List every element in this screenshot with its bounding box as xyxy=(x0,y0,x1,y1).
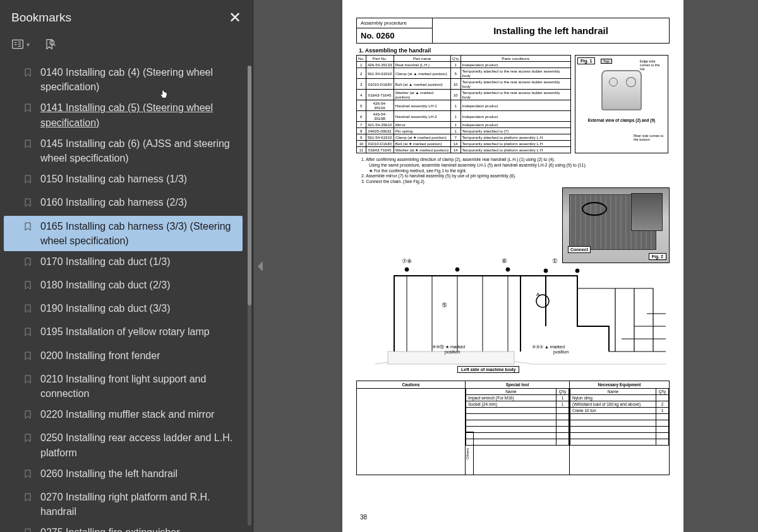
parts-row: 301010-D1630Bolt (at ▲ marked position)1… xyxy=(357,79,571,90)
bookmark-label: 0260 Installing the left handrail xyxy=(40,466,177,481)
diagram-area: Connect Fig. 2 xyxy=(356,187,670,377)
th-cond: Parts conditions xyxy=(460,56,570,62)
bookmark-item[interactable]: 0270 Installing right platform and R.H. … xyxy=(4,487,243,522)
find-bookmark-button[interactable] xyxy=(41,35,59,53)
bookmark-label: 0195 Installation of yellow rotary lamp xyxy=(40,324,210,339)
svg-text:A: A xyxy=(536,292,540,297)
assembly-steps: 1. After confirming assembling direction… xyxy=(361,157,667,185)
svg-line-7 xyxy=(54,44,56,46)
svg-text:⑥: ⑥ xyxy=(502,257,507,264)
bookmark-label: 0145 Installing cab (6) (AJSS and steeri… xyxy=(40,136,238,165)
bookmark-icon xyxy=(23,67,34,82)
fig1-caption: External view of clamps (2) and (9) xyxy=(577,118,666,122)
bookmark-options-button[interactable]: ▾ xyxy=(9,35,32,53)
bookmark-icon xyxy=(23,527,34,532)
bookmark-label: 0220 Installing muffler stack and mirror xyxy=(40,407,214,422)
bookmark-icon xyxy=(23,174,34,189)
parts-row: 1426-54-35133Rear handrail (L.H.)1Indepe… xyxy=(357,62,571,68)
svg-point-11 xyxy=(506,268,510,271)
bookmark-icon xyxy=(23,468,34,483)
bookmark-icon xyxy=(23,350,34,365)
cautions-header: Cautions xyxy=(357,381,465,389)
procedure-number: No. 0260 xyxy=(357,28,432,43)
bookmark-item[interactable]: 0275 Installing fire extinguisher xyxy=(4,522,243,532)
parts-row: 9561-54-61910Clamp (at ★ marked position… xyxy=(357,134,571,141)
bookmark-item[interactable]: 0145 Installing cab (6) (AJSS and steeri… xyxy=(4,133,243,168)
bookmark-label: 0150 Installing cab harness (1/3) xyxy=(40,172,187,186)
procedure-header-box: Assembly procedure No. 0260 Installing t… xyxy=(356,18,670,44)
bookmark-icon xyxy=(23,326,34,341)
bookmark-item[interactable]: 0160 Installing cab harness (2/3) xyxy=(4,192,243,215)
bookmark-item[interactable]: 0165 Installing cab harness (3/3) (Steer… xyxy=(4,216,243,251)
bookmark-label: 0270 Installing right platform and R.H. … xyxy=(40,490,238,519)
svg-text:②③④ ▲ marked: ②③④ ▲ marked xyxy=(532,345,565,349)
assembly-procedure-label: Assembly procedure xyxy=(357,18,432,28)
bookmark-icon xyxy=(23,280,34,295)
bookmark-label: 0210 Installing front light support and … xyxy=(40,372,238,401)
bookmark-item[interactable]: 0150 Installing cab harness (1/3) xyxy=(4,168,243,192)
necessary-equipment-table: NameQ'ty Nylon sling(Withstand load of 1… xyxy=(570,389,669,446)
step-3: 3. Connect the chain. (See Fig.2) xyxy=(361,179,667,185)
left-side-label: Left side of machine body xyxy=(457,366,519,373)
bottom-tables: Cautions Special tool NameQ'ty Impact wr… xyxy=(356,381,670,475)
bookmark-icon xyxy=(23,197,34,212)
panel-collapse-handle[interactable] xyxy=(253,0,268,532)
scrollbar-thumb[interactable] xyxy=(248,66,251,305)
svg-point-10 xyxy=(455,268,459,271)
th-partno: Part No. xyxy=(366,56,394,62)
parts-table: No. Part No. Part name Q'ty Parts condit… xyxy=(356,55,571,153)
bookmark-item[interactable]: 0250 Installing rear access ladder and L… xyxy=(4,427,243,463)
fig1-rear-text: Rear side comes to the bottom xyxy=(634,134,666,141)
bookmark-item[interactable]: 0220 Installing muffler stack and mirror xyxy=(4,404,243,427)
svg-point-13 xyxy=(575,269,579,273)
parts-row: 5426-54-3510AHandrail assembly LH-11Inde… xyxy=(357,100,571,111)
fig2-highlight-oval xyxy=(582,202,607,216)
svg-point-12 xyxy=(544,269,548,273)
fig1-label: Fig. 1 xyxy=(577,57,595,64)
bookmark-item[interactable]: 0260 Installing the left handrail xyxy=(4,463,243,487)
bookmark-item[interactable]: 0200 Installing front fender xyxy=(4,345,243,369)
parts-row: 401643-71645Washer (at ▲ marked position… xyxy=(357,90,571,100)
cautions-body xyxy=(357,389,465,475)
sidebar-title: Bookmarks xyxy=(11,11,71,25)
bookmark-list[interactable]: 0140 Installing cab (4) (Steering wheel … xyxy=(0,59,253,532)
bookmark-item[interactable]: 0180 Installing cab duct (2/3) xyxy=(4,275,243,298)
bookmark-item[interactable]: 0170 Installing cab duct (1/3) xyxy=(4,251,243,275)
special-tool-table: NameQ'ty Impact wrench (For M16)1Socket … xyxy=(466,389,569,446)
figure-1-box: Fig. 1 Top Edge side comes to the top Re… xyxy=(575,55,668,153)
th-no: No. xyxy=(357,56,366,62)
parts-row: 6426-54-3510BHandrail assembly LH-21Inde… xyxy=(357,111,571,122)
close-icon[interactable]: ✕ xyxy=(229,9,241,27)
parts-row: 1101643-71645Washer (at ★ marked positio… xyxy=(357,147,571,153)
bookmark-item[interactable]: 0141 Installing cab (5) (Steering wheel … xyxy=(4,97,243,133)
fig2-inset xyxy=(631,193,663,231)
bookmark-item[interactable]: 0210 Installing front light support and … xyxy=(4,369,243,404)
bookmark-icon xyxy=(23,492,34,507)
dropdown-caret-icon: ▾ xyxy=(27,41,30,48)
th-qty: Q'ty xyxy=(450,56,460,62)
bookmark-label: 0275 Installing fire extinguisher xyxy=(40,525,180,532)
bookmark-item[interactable]: 0140 Installing cab (4) (Steering wheel … xyxy=(4,62,243,97)
parts-row: 2561-54-61910Clamp (at ▲ marked position… xyxy=(357,68,571,79)
bookmark-label: 0141 Installing cab (5) (Steering wheel … xyxy=(40,100,238,129)
bookmark-label: 0190 Installing cab duct (3/3) xyxy=(40,301,170,316)
parts-row: 1001010-D1630Bolt (at ★ marked position)… xyxy=(357,141,571,147)
bookmark-item[interactable]: 0195 Installation of yellow rotary lamp xyxy=(4,321,243,345)
fig1-top-label: Top xyxy=(601,59,612,64)
parts-row: 804025-00632Pin spring1Temporarily attac… xyxy=(357,128,571,134)
bookmark-label: 0140 Installing cab (4) (Steering wheel … xyxy=(40,65,238,94)
svg-text:⑤: ⑤ xyxy=(442,302,447,309)
necessary-equipment-header: Necessary Equipment xyxy=(570,381,669,389)
bookmark-icon xyxy=(23,138,34,153)
bookmark-label: 0160 Installing cab harness (2/3) xyxy=(40,195,187,210)
svg-point-9 xyxy=(405,268,409,271)
bookmark-label: 0180 Installing cab duct (2/3) xyxy=(40,278,170,292)
svg-rect-0 xyxy=(13,40,23,48)
step-1: 1. After confirming assembling direction… xyxy=(361,157,667,163)
bookmark-item[interactable]: 0190 Installing cab duct (3/3) xyxy=(4,298,243,321)
special-tool-header: Special tool xyxy=(466,381,569,389)
step-1b: Using the same procedure, assemble handr… xyxy=(369,163,667,168)
bookmark-icon xyxy=(23,409,34,424)
document-viewport[interactable]: Assembly procedure No. 0260 Installing t… xyxy=(268,0,758,532)
sidebar-toolbar: ▾ xyxy=(0,32,253,59)
